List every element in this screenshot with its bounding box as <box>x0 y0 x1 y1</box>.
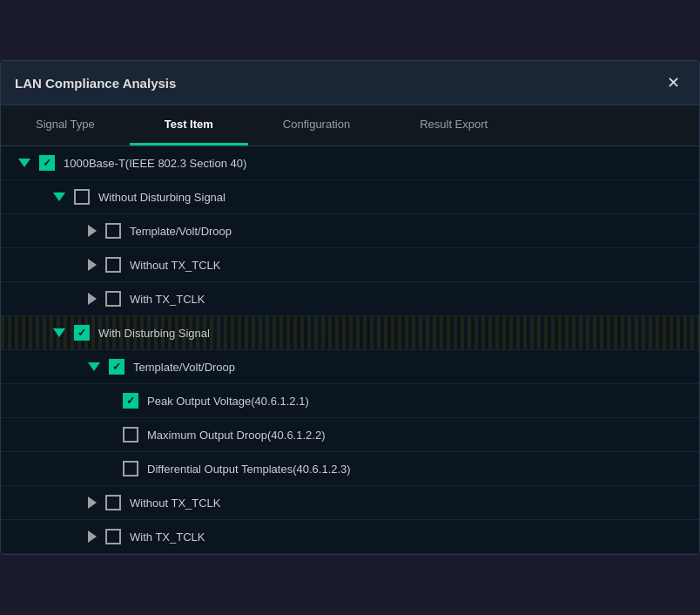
checkbox-unchecked[interactable] <box>105 529 121 544</box>
tree-row[interactable]: ✓ 1000Base-T(IEEE 802.3 Section 40) <box>1 146 699 180</box>
row-label: Maximum Output Droop(40.6.1.2.2) <box>147 429 325 442</box>
tab-configuration[interactable]: Configuration <box>248 105 385 145</box>
tree-row[interactable]: With TX_TCLK <box>1 282 699 316</box>
checkbox-unchecked[interactable] <box>105 495 121 510</box>
tree-row[interactable]: With TX_TCLK <box>1 520 699 554</box>
row-label: 1000Base-T(IEEE 802.3 Section 40) <box>64 157 246 170</box>
row-label: Without TX_TCLK <box>130 259 221 272</box>
tree-row[interactable]: ✓ Peak Output Voltage(40.6.1.2.1) <box>1 384 699 418</box>
tree-row[interactable]: ✓ Template/Volt/Droop <box>1 350 699 384</box>
expand-icon <box>88 259 97 271</box>
row-label: With Disturbing Signal <box>98 327 210 340</box>
expand-icon <box>88 497 97 509</box>
main-dialog: LAN Compliance Analysis ✕ Signal Type Te… <box>0 60 700 555</box>
tree-row[interactable]: ✓ With Disturbing Signal <box>1 316 699 350</box>
tab-signal-type[interactable]: Signal Type <box>1 105 130 145</box>
checkbox-unchecked[interactable] <box>105 291 121 307</box>
tree-row[interactable]: Without TX_TCLK <box>1 486 699 520</box>
title-bar: LAN Compliance Analysis ✕ <box>1 61 699 105</box>
expand-icon <box>88 531 97 543</box>
collapse-icon <box>18 159 30 167</box>
collapse-icon <box>53 193 65 201</box>
checkbox-checked[interactable]: ✓ <box>74 325 90 341</box>
row-label: Without TX_TCLK <box>130 497 221 510</box>
checkbox-unchecked[interactable] <box>105 223 121 239</box>
expand-icon <box>88 225 97 237</box>
row-label: Template/Volt/Droop <box>130 225 232 238</box>
dialog-title: LAN Compliance Analysis <box>15 76 176 91</box>
tree-row[interactable]: Template/Volt/Droop <box>1 214 699 248</box>
row-label: Template/Volt/Droop <box>133 361 235 374</box>
checkbox-unchecked[interactable] <box>105 257 121 273</box>
checkbox-checked[interactable]: ✓ <box>123 393 138 409</box>
tree-content: ✓ 1000Base-T(IEEE 802.3 Section 40) With… <box>1 146 699 554</box>
tab-test-item[interactable]: Test Item <box>130 105 248 145</box>
expand-icon <box>88 293 97 305</box>
close-button[interactable]: ✕ <box>662 71 685 94</box>
checkbox-checked[interactable]: ✓ <box>39 155 55 171</box>
checkbox-checked[interactable]: ✓ <box>109 359 125 375</box>
row-label: Peak Output Voltage(40.6.1.2.1) <box>147 395 309 408</box>
collapse-icon <box>88 362 100 371</box>
tree-row[interactable]: Without TX_TCLK <box>1 248 699 282</box>
tree-row[interactable]: Differential Output Templates(40.6.1.2.3… <box>1 452 699 486</box>
row-label: With TX_TCLK <box>130 293 205 306</box>
row-label: Differential Output Templates(40.6.1.2.3… <box>147 463 351 476</box>
checkbox-unchecked[interactable] <box>74 189 90 205</box>
tree-row[interactable]: Maximum Output Droop(40.6.1.2.2) <box>1 418 699 452</box>
row-label: Without Disturbing Signal <box>98 191 225 204</box>
checkbox-unchecked[interactable] <box>123 461 138 476</box>
checkbox-unchecked[interactable] <box>123 427 138 443</box>
collapse-icon <box>53 328 65 337</box>
tab-result-export[interactable]: Result Export <box>385 105 522 145</box>
tree-row[interactable]: Without Disturbing Signal <box>1 180 699 214</box>
row-label: With TX_TCLK <box>130 531 205 544</box>
tab-bar: Signal Type Test Item Configuration Resu… <box>1 105 699 146</box>
